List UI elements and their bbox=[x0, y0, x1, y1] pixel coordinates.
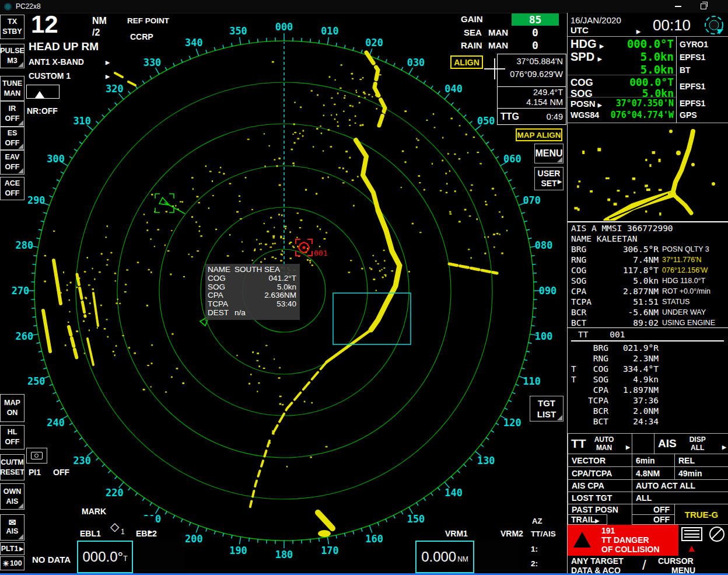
preset-select[interactable]: CUSTOM 1 bbox=[26, 70, 112, 82]
vrm1-readout[interactable]: 0.000 NM bbox=[415, 541, 474, 573]
cursor-menu-button-line1[interactable]: CURSOR bbox=[658, 556, 694, 566]
ccrp-button[interactable]: CCRP bbox=[127, 29, 163, 45]
any-target-button-line1[interactable]: ANY TARGET bbox=[571, 556, 624, 566]
restore-button[interactable] bbox=[698, 2, 709, 11]
echo-speckle bbox=[459, 221, 461, 222]
sidebar-button-ais-message[interactable]: ✉ AIS bbox=[0, 514, 24, 541]
echo-speckle bbox=[302, 135, 304, 137]
vector-time[interactable]: 6min bbox=[632, 454, 675, 467]
gain-value[interactable]: 85 bbox=[512, 13, 559, 26]
trail-value[interactable]: OFF bbox=[632, 514, 675, 525]
echo-speckle bbox=[497, 233, 498, 235]
day-night-icon[interactable] bbox=[703, 14, 725, 36]
vector-mode[interactable]: REL bbox=[674, 454, 728, 467]
echo-speckle bbox=[128, 347, 130, 349]
sidebar-button-hl[interactable]: HL OFF bbox=[0, 425, 24, 449]
az-zone1-button[interactable]: 1: bbox=[528, 543, 567, 555]
alarm-mute-button[interactable] bbox=[705, 525, 728, 543]
sidebar-button-ir[interactable]: IR OFF bbox=[0, 101, 24, 127]
posn-lon: 076°04.774'W bbox=[611, 110, 674, 120]
bearing-label: 240 bbox=[47, 417, 65, 428]
antenna-select[interactable]: ANT1 X-BAND bbox=[26, 56, 112, 68]
vrm2-readout[interactable] bbox=[474, 541, 520, 571]
sea-mode-button[interactable]: MAN bbox=[488, 27, 508, 37]
echo-speckle bbox=[326, 232, 327, 234]
user-set-button[interactable]: USER SET bbox=[534, 167, 564, 190]
spd-button[interactable]: SPD bbox=[570, 50, 602, 64]
echo-speckle bbox=[242, 250, 244, 252]
alarm-ack-button[interactable]: ▲ bbox=[680, 543, 728, 556]
ttg-label: TTG bbox=[501, 111, 519, 122]
tgt-list-button[interactable]: TGT LIST bbox=[530, 396, 564, 421]
echo-speckle bbox=[607, 198, 610, 201]
az-ttais-button[interactable]: TT/AIS bbox=[528, 527, 567, 541]
echo-speckle bbox=[175, 205, 176, 207]
map-align-button[interactable]: MAP ALIGN bbox=[516, 128, 562, 141]
ais-cpa-value[interactable]: AUTO ACT ALL bbox=[632, 479, 728, 492]
sidebar-button-tx[interactable]: TX STBY bbox=[0, 15, 24, 39]
brightness-icon: ☀ bbox=[2, 559, 9, 569]
echo-speckle bbox=[239, 196, 240, 197]
cpa-limit[interactable]: 4.8NM bbox=[632, 466, 675, 480]
echo-speckle bbox=[311, 90, 313, 91]
sidebar-button-ace[interactable]: ACE OFF bbox=[0, 177, 24, 200]
zoom-window-rect[interactable] bbox=[333, 293, 411, 344]
echo-speckle bbox=[182, 201, 183, 203]
ais-target-kaleetan[interactable] bbox=[155, 194, 185, 214]
past-posn-value[interactable]: OFF bbox=[632, 504, 675, 515]
echo-speckle bbox=[319, 246, 320, 247]
echo-speckle bbox=[582, 151, 584, 154]
posn-button[interactable]: POSN bbox=[570, 99, 602, 109]
echo-speckle bbox=[76, 330, 78, 332]
tt-panel-header: TT 001 bbox=[571, 329, 724, 341]
sidebar-button-map[interactable]: MAP ON bbox=[0, 394, 24, 422]
tt-mode-button[interactable]: TT AUTO MAN bbox=[568, 433, 632, 454]
bearing-tick bbox=[486, 142, 489, 144]
echo-speckle bbox=[113, 351, 114, 353]
gain-panel: GAIN SEA RAIN MAN MAN 85 0 0 bbox=[449, 13, 566, 54]
trail-button[interactable]: TRAIL bbox=[568, 514, 607, 525]
sidebar-button-brilliance[interactable]: ☀ 100 bbox=[0, 556, 24, 570]
echo-speckle bbox=[343, 111, 345, 112]
bearing-tick bbox=[214, 531, 215, 534]
capture-button[interactable] bbox=[26, 448, 47, 464]
sidebar-button-tune[interactable]: TUNE MAN bbox=[0, 76, 24, 101]
tcpa-limit[interactable]: 49min bbox=[674, 466, 728, 480]
range-panel[interactable]: 12 NM /2 bbox=[26, 14, 125, 39]
ais-disp-button[interactable]: AIS DISP ALL bbox=[654, 433, 728, 454]
echo-speckle bbox=[501, 252, 503, 254]
echo-speckle bbox=[86, 298, 87, 299]
menu-button[interactable]: MENU bbox=[534, 144, 564, 163]
sidebar-button-es[interactable]: ES OFF bbox=[0, 127, 24, 150]
ebl2-readout[interactable] bbox=[133, 541, 186, 571]
echo-speckle bbox=[66, 290, 68, 291]
ebl1-readout[interactable]: 000.0° T bbox=[77, 541, 133, 573]
echo-speckle bbox=[110, 252, 112, 253]
sidebar-button-pulse[interactable]: PULSE M3 bbox=[0, 44, 24, 68]
hdg-source: GYRO1 bbox=[680, 40, 708, 49]
trail-mode[interactable]: TRUE-G bbox=[674, 504, 728, 525]
minimize-button[interactable] bbox=[672, 2, 684, 11]
sidebar-button-plt1[interactable]: PLT1 bbox=[0, 542, 24, 555]
alarm-box[interactable]: 191 TT DANGER OF COLLISION bbox=[568, 525, 678, 556]
sidebar-button-eav[interactable]: EAV OFF bbox=[0, 150, 24, 175]
echo-speckle bbox=[310, 456, 312, 458]
sidebar-button-cu-tm[interactable]: CU/TM RESET bbox=[0, 454, 24, 480]
tt-target-001[interactable]: 001 bbox=[296, 239, 327, 257]
echo-speckle bbox=[416, 147, 418, 148]
az-zone2-button[interactable]: 2: bbox=[528, 557, 567, 570]
bearing-label: 330 bbox=[144, 57, 162, 68]
hdg-button[interactable]: HDG bbox=[570, 37, 604, 51]
echo-speckle bbox=[362, 77, 364, 78]
align-button[interactable]: ALIGN bbox=[450, 55, 483, 69]
timezone-select[interactable]: UTC bbox=[570, 25, 640, 35]
motion-mode[interactable]: HEAD UP RM bbox=[26, 40, 128, 54]
lost-tgt-value[interactable]: ALL bbox=[632, 492, 728, 504]
alarm-list-button[interactable] bbox=[680, 525, 704, 543]
cursor-crosshair-icon bbox=[484, 68, 505, 69]
sidebar-button-own[interactable]: OWN AIS bbox=[0, 483, 24, 510]
echo-speckle bbox=[668, 193, 671, 196]
rain-mode-button[interactable]: MAN bbox=[488, 40, 508, 50]
pi1-button[interactable]: PI1OFF bbox=[26, 466, 72, 479]
echo-speckle bbox=[272, 235, 275, 237]
